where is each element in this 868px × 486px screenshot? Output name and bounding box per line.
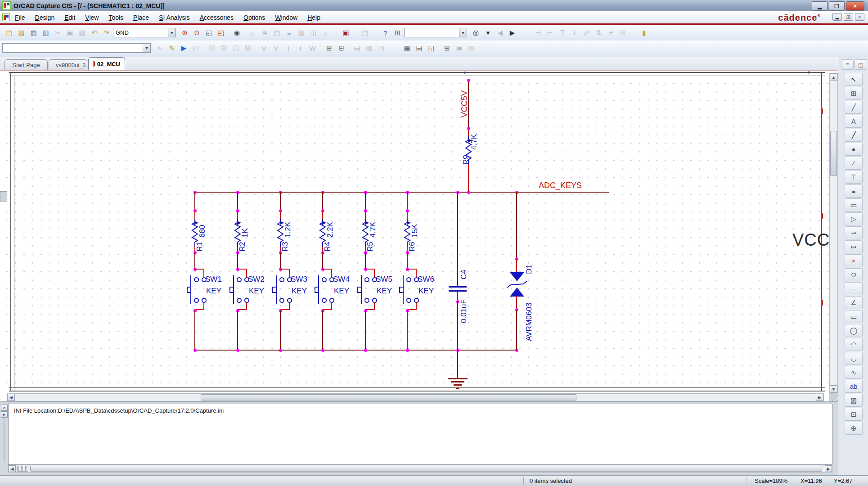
menu-si-analysis[interactable]: SI Analysis: [154, 14, 194, 21]
resistor-ref[interactable]: R3: [281, 242, 289, 252]
switch-value[interactable]: KEY: [249, 287, 264, 295]
canvas-h-scrollbar[interactable]: ◀ ▶: [7, 393, 824, 401]
menu-accessories[interactable]: Accessories: [195, 14, 238, 21]
place-hierarchical-port-icon[interactable]: ▷: [845, 212, 863, 225]
wire[interactable]: [407, 192, 408, 211]
log-h-scrollbar[interactable]: ◀ ▶: [8, 465, 832, 472]
wire[interactable]: [322, 211, 323, 219]
wire[interactable]: [194, 192, 195, 211]
current-marker-icon[interactable]: Ⓘ: [230, 43, 242, 54]
bom-icon[interactable]: ▥: [296, 27, 307, 38]
switch-value[interactable]: KEY: [292, 287, 307, 295]
capacitor-ref[interactable]: C4: [460, 270, 468, 279]
project-manager-icon[interactable]: ⊞: [392, 27, 403, 38]
print-icon[interactable]: ▥: [40, 27, 51, 38]
wire[interactable]: [365, 310, 366, 350]
combo-dropdown-icon[interactable]: ▾: [168, 28, 175, 37]
menu-view[interactable]: View: [80, 14, 103, 21]
switch-pin[interactable]: [322, 298, 327, 303]
grid-settings-icon[interactable]: ⊞: [617, 27, 629, 38]
capacitor-value[interactable]: 0.01uF: [460, 299, 468, 323]
wire[interactable]: [203, 269, 204, 277]
switch-ref[interactable]: SW4: [333, 275, 350, 283]
pane-splitter-notch[interactable]: [0, 191, 7, 202]
enable-bias-current-icon[interactable]: ⊟: [336, 43, 347, 54]
open-folder-icon[interactable]: ▨: [16, 27, 27, 38]
log-scroll-right-button[interactable]: ▶: [825, 465, 832, 472]
voltage-diff-probe-icon[interactable]: V: [270, 43, 282, 54]
window-list-icon[interactable]: ≡: [841, 59, 854, 70]
restore-button[interactable]: ❐: [829, 1, 845, 11]
view-results-icon[interactable]: ◫: [190, 43, 202, 54]
voltage-marker-icon[interactable]: Ⓥ: [206, 43, 217, 54]
search-icon[interactable]: ◎: [470, 27, 481, 38]
wire[interactable]: [407, 269, 417, 270]
filter-combobox[interactable]: ▾: [404, 28, 467, 37]
copy-icon[interactable]: ▣: [64, 27, 76, 38]
wire[interactable]: [194, 211, 195, 219]
align-left-icon[interactable]: ⊣: [532, 27, 544, 38]
wire[interactable]: [468, 164, 469, 192]
voltage-differential-marker-icon[interactable]: Ⓥ: [218, 43, 229, 54]
wire[interactable]: [407, 310, 408, 350]
menu-place[interactable]: Place: [128, 14, 154, 21]
wire[interactable]: [289, 269, 290, 277]
current-probe-icon[interactable]: I: [283, 43, 294, 54]
wire[interactable]: [237, 252, 238, 269]
wire[interactable]: [516, 259, 517, 272]
wire[interactable]: [416, 269, 417, 277]
switch-pin[interactable]: [364, 277, 369, 282]
simulation-profile-combobox[interactable]: ▾: [2, 43, 151, 53]
delete-row-icon[interactable]: ▣: [454, 43, 465, 54]
wire[interactable]: [203, 302, 204, 310]
close-log-icon[interactable]: ×: [1, 405, 8, 411]
resistor-ref[interactable]: R5: [366, 242, 374, 252]
drc-icon[interactable]: ▣: [340, 27, 351, 38]
wire[interactable]: [365, 192, 366, 211]
resistor-value[interactable]: 15K: [411, 224, 418, 238]
place-elliptical-arc-icon[interactable]: ◡: [845, 352, 863, 365]
wire[interactable]: [322, 310, 323, 350]
diode-ref[interactable]: D1: [525, 264, 533, 274]
switch-ref[interactable]: SW2: [248, 275, 265, 283]
resistor-value[interactable]: 1.2K: [284, 222, 292, 238]
run-simulation-icon[interactable]: ▶: [178, 43, 189, 54]
place-arc-icon[interactable]: ◠: [845, 338, 863, 351]
resistor-value[interactable]: 2.2K: [326, 222, 334, 238]
menu-design[interactable]: Design: [30, 14, 60, 21]
wire[interactable]: [374, 269, 375, 277]
wire[interactable]: [331, 269, 332, 277]
switch-ref[interactable]: SW1: [205, 275, 222, 283]
place-wire-icon[interactable]: ╱: [845, 101, 863, 114]
switch-pin[interactable]: [322, 277, 327, 282]
switch-pin[interactable]: [244, 298, 249, 303]
mdi-restore-button[interactable]: ◳: [844, 13, 853, 21]
place-line-icon[interactable]: ─: [845, 282, 863, 295]
schematic-canvas[interactable]: 32 VCC5V4.7KR9ADC_KEYS 680R1SW1KEY 1KR2S…: [0, 71, 838, 401]
cut-icon[interactable]: ✂: [52, 27, 63, 38]
place-ole-object-icon[interactable]: ⊡: [845, 408, 863, 421]
align-bottom-icon[interactable]: ⊥: [569, 27, 580, 38]
detach-palette-icon[interactable]: ◳: [855, 59, 867, 70]
switch-pin[interactable]: [194, 277, 199, 282]
place-junction-icon[interactable]: ●: [845, 143, 863, 156]
switch-pin[interactable]: [406, 277, 411, 282]
wire[interactable]: [331, 302, 332, 310]
switch-pin[interactable]: [406, 298, 411, 303]
combo-dropdown-icon[interactable]: ▾: [459, 28, 467, 37]
log-scroll-left-button[interactable]: ◀: [9, 465, 16, 472]
switch-pin[interactable]: [414, 298, 419, 303]
zoom-out-icon[interactable]: ⊖: [191, 27, 202, 38]
wire[interactable]: [407, 252, 408, 269]
wire[interactable]: [237, 211, 238, 219]
combo-dropdown-icon[interactable]: ▾: [143, 44, 150, 52]
zoom-all-icon[interactable]: ◰: [216, 27, 227, 38]
align-top-icon[interactable]: ⊤: [557, 27, 568, 38]
zoom-fit-icon[interactable]: ◱: [426, 43, 437, 54]
menu-options[interactable]: Options: [238, 14, 270, 21]
resistor-ref[interactable]: R1: [196, 242, 203, 252]
switch-pin[interactable]: [372, 298, 377, 303]
paste-icon[interactable]: ▧: [76, 27, 88, 38]
wire[interactable]: [289, 302, 290, 310]
place-ground-icon[interactable]: ≡: [845, 184, 863, 198]
